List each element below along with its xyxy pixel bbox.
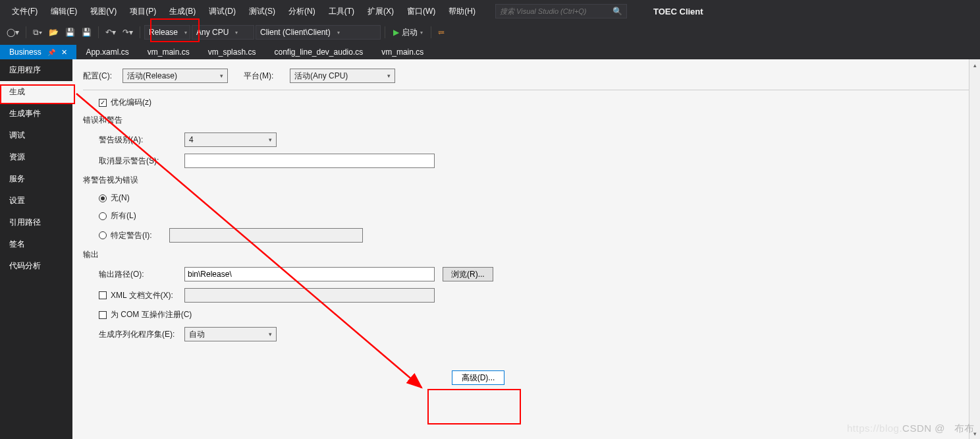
platform-combo[interactable]: 活动(Any CPU)▾	[290, 69, 395, 83]
chevron-down-icon: ▾	[184, 30, 187, 36]
misc-toolbar-icon[interactable]: ⥩	[435, 26, 447, 38]
suppress-warnings-label: 取消显示警告(S):	[99, 156, 184, 167]
xml-doc-label: XML 文档文件(X):	[111, 290, 173, 301]
doc-tab-vm-splash[interactable]: vm_splash.cs	[199, 45, 265, 59]
start-debugging-button[interactable]: ▶ 启动 ▾	[389, 27, 427, 38]
warn-level-combo[interactable]: 4▾	[184, 132, 277, 147]
sidebar-item-resources[interactable]: 资源	[0, 146, 72, 168]
suppress-warnings-input[interactable]	[184, 154, 435, 168]
menu-view[interactable]: 视图(V)	[84, 6, 123, 17]
sidebar-item-build-events[interactable]: 生成事件	[0, 103, 72, 125]
separator	[431, 26, 431, 38]
startup-project-combo[interactable]: Client (Client\Client)▾	[256, 25, 381, 40]
separator	[98, 26, 99, 38]
config-value: 活动(Release)	[127, 71, 177, 82]
sidebar-item-services[interactable]: 服务	[0, 168, 72, 190]
nav-back-icon[interactable]: ◯▾	[4, 26, 22, 38]
quick-launch-input[interactable]	[500, 7, 609, 15]
serialization-value: 自动	[189, 329, 205, 340]
chevron-down-icon: ▾	[337, 30, 340, 36]
radio-none[interactable]: 无(N)	[99, 192, 130, 204]
open-file-icon[interactable]: 📂	[46, 26, 61, 38]
checkbox-icon: ✓	[99, 99, 107, 107]
radio-none-label: 无(N)	[111, 192, 130, 204]
save-all-icon[interactable]: 💾	[79, 26, 94, 38]
advanced-button[interactable]: 高级(D)...	[452, 370, 504, 385]
specific-warnings-input	[169, 228, 363, 243]
scroll-up-icon[interactable]: ▴	[969, 59, 980, 71]
radio-specific[interactable]: 特定警告(I):	[99, 230, 152, 241]
new-project-icon[interactable]: ⧉▾	[30, 26, 45, 38]
menu-help[interactable]: 帮助(H)	[442, 6, 482, 17]
search-icon[interactable]: 🔍	[612, 7, 622, 16]
menu-build[interactable]: 生成(B)	[163, 6, 202, 17]
sidebar-item-refpaths[interactable]: 引用路径	[0, 212, 72, 233]
sidebar-item-app[interactable]: 应用程序	[0, 59, 72, 81]
doc-tab-business[interactable]: Business 📌 ✕	[0, 45, 76, 59]
doc-tab-vm-main[interactable]: vm_main.cs	[138, 45, 199, 59]
menu-tools[interactable]: 工具(T)	[322, 6, 361, 17]
radio-icon	[99, 212, 107, 220]
output-path-label: 输出路径(O):	[99, 269, 184, 280]
solution-platform-value: Any CPU	[196, 28, 229, 37]
menu-file[interactable]: 文件(F)	[5, 6, 44, 17]
checkbox-icon	[99, 291, 107, 299]
chevron-down-icon: ▾	[269, 136, 272, 143]
start-label: 启动	[402, 27, 418, 38]
scroll-down-icon[interactable]: ▾	[969, 428, 980, 439]
platform-label: 平台(M):	[244, 71, 290, 82]
sidebar-item-build[interactable]: 生成	[0, 81, 72, 103]
xml-doc-checkbox[interactable]: XML 文档文件(X):	[99, 290, 184, 301]
undo-icon[interactable]: ↶▾	[103, 26, 119, 38]
sidebar-item-code-analysis[interactable]: 代码分析	[0, 255, 72, 277]
save-icon[interactable]: 💾	[63, 26, 78, 38]
menu-analyze[interactable]: 分析(N)	[282, 6, 322, 17]
com-interop-label: 为 COM 互操作注册(C)	[111, 309, 192, 320]
workspace: 应用程序 生成 生成事件 调试 资源 服务 设置 引用路径 签名 代码分析 配置…	[0, 59, 980, 439]
menu-project[interactable]: 项目(P)	[123, 6, 163, 17]
radio-specific-label: 特定警告(I):	[111, 230, 152, 241]
menu-bar: 文件(F) 编辑(E) 视图(V) 项目(P) 生成(B) 调试(D) 测试(S…	[0, 0, 980, 22]
separator	[140, 26, 140, 38]
solution-name: TOEC Client	[653, 7, 703, 16]
errors-warnings-section: 错误和警告	[83, 115, 969, 126]
sidebar-item-settings[interactable]: 设置	[0, 190, 72, 212]
optimize-code-checkbox[interactable]: ✓ 优化编码(z)	[99, 97, 151, 108]
output-path-input[interactable]	[184, 267, 435, 281]
solution-config-combo[interactable]: Release▾	[144, 25, 190, 40]
doc-tab-app-xaml[interactable]: App.xaml.cs	[76, 45, 138, 59]
menu-window[interactable]: 窗口(W)	[400, 6, 442, 17]
sidebar-item-debug[interactable]: 调试	[0, 125, 72, 146]
serialization-combo[interactable]: 自动▾	[184, 327, 277, 341]
com-interop-checkbox[interactable]: 为 COM 互操作注册(C)	[99, 309, 192, 320]
vertical-scrollbar[interactable]: ▴ ▾	[969, 59, 980, 439]
browse-button[interactable]: 浏览(R)...	[443, 267, 493, 281]
chevron-down-icon: ▾	[269, 331, 272, 337]
chevron-down-icon: ▾	[420, 30, 423, 36]
menu-edit[interactable]: 编辑(E)	[44, 6, 84, 17]
separator	[83, 90, 969, 90]
menu-extend[interactable]: 扩展(X)	[361, 6, 400, 17]
optimize-code-label: 优化编码(z)	[111, 97, 151, 108]
build-properties-page: 配置(C): 活动(Release)▾ 平台(M): 活动(Any CPU)▾ …	[72, 59, 980, 439]
chevron-down-icon: ▾	[235, 30, 238, 36]
menu-test[interactable]: 测试(S)	[242, 6, 282, 17]
quick-launch[interactable]: 🔍	[495, 4, 627, 18]
radio-all[interactable]: 所有(L)	[99, 210, 136, 221]
output-section: 输出	[83, 249, 969, 260]
redo-icon[interactable]: ↷▾	[120, 26, 136, 38]
startup-project-value: Client (Client\Client)	[260, 28, 331, 37]
document-tabs: Business 📌 ✕ App.xaml.cs vm_main.cs vm_s…	[0, 42, 980, 59]
close-icon[interactable]: ✕	[61, 48, 67, 56]
radio-icon	[99, 194, 107, 202]
pin-icon[interactable]: 📌	[47, 49, 55, 56]
project-properties-sidebar: 应用程序 生成 生成事件 调试 资源 服务 设置 引用路径 签名 代码分析	[0, 59, 72, 439]
platform-value: 活动(Any CPU)	[294, 71, 348, 82]
sidebar-item-signing[interactable]: 签名	[0, 233, 72, 255]
menu-debug[interactable]: 调试(D)	[202, 6, 242, 17]
config-combo[interactable]: 活动(Release)▾	[122, 69, 228, 83]
doc-tab-config-audio[interactable]: config_line_dev_audio.cs	[265, 45, 372, 59]
solution-platform-combo[interactable]: Any CPU▾	[192, 25, 254, 40]
tab-label: Business	[9, 47, 41, 57]
doc-tab-vm-main-2[interactable]: vm_main.cs	[372, 45, 433, 59]
